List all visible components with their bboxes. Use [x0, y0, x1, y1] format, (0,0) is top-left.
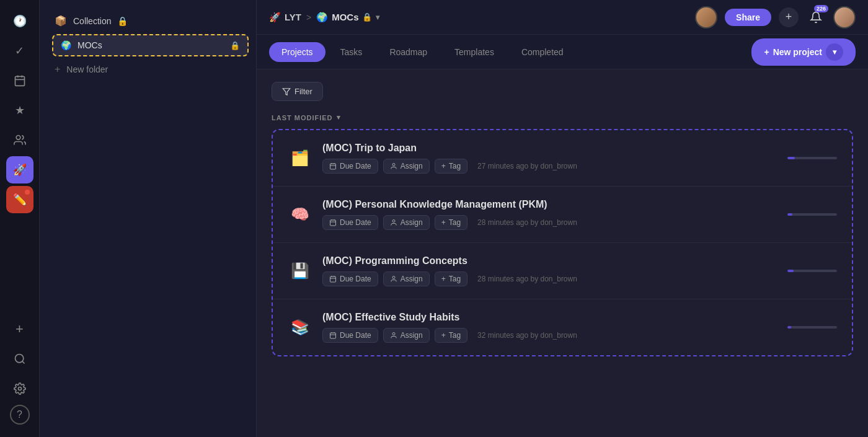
due-date-label-1: Due Date: [340, 162, 371, 170]
mocs-label: MOCs: [78, 40, 102, 50]
nav-settings[interactable]: [6, 375, 33, 402]
tab-tasks[interactable]: Tasks: [328, 42, 375, 62]
svg-point-23: [392, 276, 395, 279]
current-icon: 🌍: [316, 12, 328, 23]
project-title-4: (MOC) Effective Study Habits: [322, 312, 837, 323]
filter-icon: [282, 87, 291, 96]
svg-point-18: [392, 220, 395, 223]
svg-point-7: [18, 387, 21, 391]
new-folder-label: New folder: [66, 64, 108, 74]
nav-pencil[interactable]: ✏️: [6, 186, 33, 213]
due-date-btn-2[interactable]: Due Date: [322, 215, 378, 230]
filter-label: Filter: [294, 87, 312, 96]
avatar-left[interactable]: [695, 6, 717, 29]
filter-bar: Filter: [272, 82, 853, 101]
breadcrumb-current[interactable]: 🌍 MOCs 🔒 ▾: [316, 12, 379, 23]
current-label: MOCs: [332, 12, 358, 22]
avatar-right[interactable]: [833, 6, 856, 29]
svg-point-4: [16, 136, 20, 140]
table-row[interactable]: 💾 (MOC) Programming Concepts Due Date As…: [273, 243, 852, 299]
tab-templates[interactable]: Templates: [442, 42, 507, 62]
project-emoji-3: 💾: [288, 258, 312, 283]
new-project-chevron-icon: ▾: [826, 43, 843, 61]
sort-chevron-icon: ▾: [337, 113, 341, 121]
table-row[interactable]: 📚 (MOC) Effective Study Habits Due Date …: [273, 299, 852, 355]
tag-label-1: Tag: [449, 162, 461, 170]
content-area: Filter LAST MODIFIED ▾ 🗂️ (MOC) Trip to …: [257, 69, 868, 437]
due-date-label-4: Due Date: [340, 331, 371, 340]
due-date-btn-3[interactable]: Due Date: [322, 271, 378, 286]
project-title-3: (MOC) Programming Concepts: [322, 255, 837, 267]
tag-btn-1[interactable]: + Tag: [435, 159, 467, 174]
nav-check[interactable]: ✓: [6, 37, 33, 64]
due-date-label-3: Due Date: [340, 275, 371, 283]
tab-projects[interactable]: Projects: [269, 42, 326, 62]
notif-badge: 226: [814, 5, 828, 12]
svg-rect-24: [330, 333, 336, 338]
collection-icon: 📦: [55, 15, 67, 27]
tag-btn-2[interactable]: + Tag: [435, 215, 467, 230]
tab-completed[interactable]: Completed: [509, 42, 576, 62]
progress-bar-2: [787, 213, 837, 216]
due-date-btn-1[interactable]: Due Date: [322, 159, 378, 174]
share-button[interactable]: Share: [725, 9, 771, 26]
tag-label-2: Tag: [449, 218, 461, 227]
svg-point-13: [392, 164, 395, 166]
breadcrumb-app-label: LYT: [285, 12, 301, 22]
assign-icon-2: [390, 219, 397, 226]
nav-rocket[interactable]: 🚀: [6, 156, 33, 183]
breadcrumb-app-icon: 🚀: [269, 12, 281, 23]
icon-rail: 🕐 ✓ ★ 🚀 ✏️ + ?: [0, 0, 40, 437]
progress-bar-4: [787, 326, 837, 329]
due-date-btn-4[interactable]: Due Date: [322, 328, 378, 343]
sidebar-item-collection[interactable]: 📦 Collection 🔒: [47, 10, 249, 32]
project-title-1: (MOC) Trip to Japan: [322, 143, 837, 154]
breadcrumb-separator: >: [306, 12, 311, 22]
main-content: 🚀 LYT > 🌍 MOCs 🔒 ▾ Share + 226: [257, 0, 868, 437]
table-row[interactable]: 🗂️ (MOC) Trip to Japan Due Date Assign: [273, 130, 852, 187]
assign-btn-1[interactable]: Assign: [383, 159, 430, 174]
nav-search[interactable]: [6, 345, 33, 373]
svg-rect-14: [330, 220, 336, 226]
progress-bar-1: [787, 157, 837, 159]
tab-roadmap[interactable]: Roadmap: [377, 42, 440, 62]
nav-add[interactable]: +: [6, 316, 33, 343]
project-title-2: (MOC) Personal Knowledge Management (PKM…: [322, 199, 837, 210]
new-project-button[interactable]: + New project ▾: [751, 38, 856, 66]
plus-button[interactable]: +: [779, 7, 799, 27]
new-project-plus-icon: +: [764, 47, 769, 57]
calendar-icon-2: [329, 219, 337, 226]
tag-plus-icon-1: +: [441, 162, 446, 170]
nav-calendar[interactable]: [6, 67, 33, 94]
new-folder-button[interactable]: + New folder: [47, 59, 249, 80]
calendar-icon-1: [329, 162, 337, 170]
svg-rect-0: [15, 76, 24, 86]
assign-btn-2[interactable]: Assign: [383, 215, 430, 230]
mocs-icon: 🌍: [61, 40, 71, 50]
nav-star[interactable]: ★: [6, 97, 33, 124]
notifications-button[interactable]: 226: [806, 7, 826, 27]
project-info-1: (MOC) Trip to Japan Due Date Assign +: [322, 143, 837, 174]
project-time-1: 27 minutes ago by don_brown: [477, 162, 577, 170]
tag-btn-4[interactable]: + Tag: [435, 328, 467, 343]
tag-label-3: Tag: [449, 275, 461, 283]
project-meta-1: Due Date Assign + Tag 27 minutes ago by …: [322, 159, 837, 174]
nav-users[interactable]: [6, 126, 33, 154]
project-meta-2: Due Date Assign + Tag 28 minutes ago by …: [322, 215, 837, 230]
table-row[interactable]: 🧠 (MOC) Personal Knowledge Management (P…: [273, 187, 852, 243]
tag-btn-3[interactable]: + Tag: [435, 271, 467, 286]
nav-history[interactable]: 🕐: [6, 7, 33, 35]
project-info-2: (MOC) Personal Knowledge Management (PKM…: [322, 199, 837, 230]
assign-icon-3: [390, 275, 397, 283]
assign-label-2: Assign: [401, 218, 423, 227]
assign-btn-4[interactable]: Assign: [383, 328, 430, 343]
project-info-4: (MOC) Effective Study Habits Due Date As…: [322, 312, 837, 343]
filter-button[interactable]: Filter: [272, 82, 323, 101]
breadcrumb-app[interactable]: 🚀 LYT: [269, 12, 301, 23]
topbar: 🚀 LYT > 🌍 MOCs 🔒 ▾ Share + 226: [257, 0, 868, 35]
sort-label[interactable]: LAST MODIFIED ▾: [272, 113, 853, 121]
assign-btn-3[interactable]: Assign: [383, 271, 430, 286]
sidebar-item-mocs[interactable]: 🌍 MOCs 🔒: [52, 34, 249, 56]
nav-help[interactable]: ?: [10, 405, 30, 425]
new-folder-plus-icon: +: [55, 64, 60, 75]
